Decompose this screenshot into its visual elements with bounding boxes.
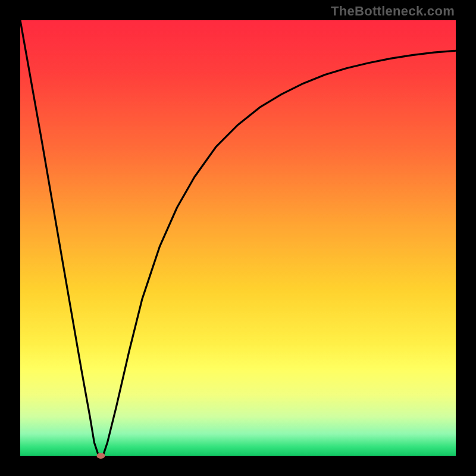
plot-area [20, 20, 456, 456]
curve-path [20, 20, 456, 456]
attribution-label: TheBottleneck.com [331, 4, 455, 19]
bottleneck-curve [20, 20, 456, 456]
minimum-marker [96, 453, 105, 459]
chart-frame: TheBottleneck.com [0, 0, 476, 476]
